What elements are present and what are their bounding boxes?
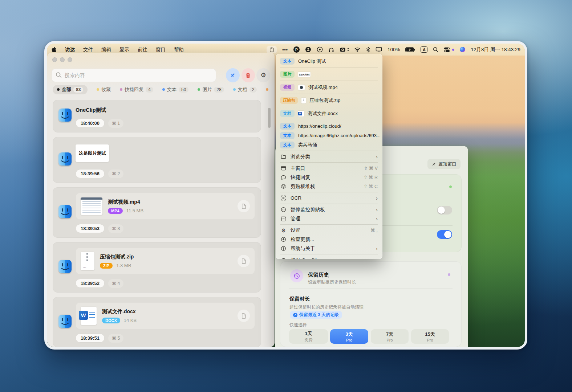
settings-button[interactable]: ⚙ [256, 68, 270, 82]
clip-shortcut-badge: ⌘ 4 [108, 279, 123, 288]
retention-option-1day[interactable]: 1天 免费 [289, 329, 328, 344]
menu-item-settings[interactable]: ⚙ 设置 ⌘ , [276, 226, 382, 235]
clip-shortcut-badge: ⌘ 1 [108, 119, 123, 128]
search-input[interactable] [52, 69, 216, 82]
clip-item-text[interactable]: OneClip测试 18:40:00 ⌘ 1 [53, 100, 261, 132]
open-file-button[interactable] [238, 310, 250, 322]
menu-edit[interactable]: 编辑 [101, 46, 111, 53]
format-badge: DOCX [102, 318, 120, 323]
divider [280, 151, 378, 151]
menu-go[interactable]: 前往 [138, 46, 147, 53]
menu-clip-url[interactable]: 文本 https://oneclip.cloud/ [276, 121, 382, 131]
clip-item-document[interactable]: W 测试文件.docx DOCX 14 KB [53, 297, 261, 347]
format-badge: ZIP [100, 263, 113, 269]
siri-icon[interactable] [460, 47, 465, 52]
filter-documents[interactable]: 文档 2 [233, 86, 257, 93]
clip-item-archive[interactable]: ZIP 压缩包测试.zip ZIP 1.3 MB [53, 242, 261, 293]
menu-item-quick-reply[interactable]: 快捷回复 ⇧ ⌘ R [276, 173, 382, 182]
menubar-overflow-icon[interactable]: ••• [282, 46, 288, 53]
filter-count: 83 [73, 87, 83, 93]
menubar-clock[interactable]: 12月8日 周一 18:43:29 [471, 46, 520, 53]
menu-item-manage[interactable]: 管理 › [276, 214, 382, 223]
menu-help[interactable]: 帮助 [174, 46, 184, 53]
retention-option-15day[interactable]: 15天 Pro [411, 329, 449, 344]
bluetooth-icon[interactable] [366, 46, 370, 53]
control-center-icon[interactable] [444, 46, 450, 53]
filter-images[interactable]: 图片 28 [198, 86, 224, 93]
filter-count: 28 [214, 87, 224, 93]
tray-app-p-icon[interactable]: P [293, 46, 300, 53]
menu-item-ocr[interactable]: OCR › [276, 193, 382, 203]
trash-button[interactable] [242, 68, 255, 82]
menu-view[interactable]: 显示 [119, 46, 129, 53]
battery-percent: 100% [388, 47, 400, 52]
wifi-icon[interactable] [354, 46, 361, 53]
oneclip-menu: 文本 OneClip 测试 图片 这是图片测试 视频 测试视频.mp4 压缩包 [276, 54, 382, 259]
apple-menu-icon[interactable] [51, 46, 57, 53]
close-button[interactable] [52, 57, 57, 62]
filter-all[interactable]: 全部 83 [53, 85, 88, 94]
menu-item-pause-monitoring[interactable]: 暂停监控剪贴板 › [276, 205, 382, 214]
tray-play-icon[interactable] [317, 46, 323, 53]
list-scrollbar[interactable] [268, 108, 271, 128]
menu-clip-archive[interactable]: 压缩包 压缩包测试.zip [276, 95, 382, 106]
clip-item-video[interactable]: 测试视频.mp4 MP4 11.5 MB 18:39:5 [53, 187, 261, 238]
shortcut-hint: ⇧ ⌘ C [364, 184, 378, 189]
divider [280, 192, 378, 192]
menu-clip-video[interactable]: 视频 测试视频.mp4 [276, 82, 382, 93]
menu-item-browse-categories[interactable]: 浏览分类 › [276, 152, 382, 161]
menu-clip-image[interactable]: 图片 这是图片测试 [276, 69, 382, 79]
retention-option-7day[interactable]: 7天 Pro [371, 329, 409, 344]
desktop-wallpaper: 访达 文件 编辑 显示 前往 窗口 帮助 ••• P [0, 0, 572, 392]
filter-overflow[interactable] [266, 88, 268, 91]
retention-option-3day[interactable]: 3天 Pro [330, 329, 368, 344]
menu-clip-document[interactable]: 文档 测试文件.docx [276, 108, 382, 119]
menu-file[interactable]: 文件 [83, 46, 93, 53]
open-file-button[interactable] [238, 255, 250, 267]
menu-window[interactable]: 窗口 [156, 46, 166, 53]
menu-item-quit[interactable]: 退出 OneClip [276, 256, 382, 259]
menu-clip-text[interactable]: 文本 OneClip 测试 [276, 56, 382, 66]
minimize-button[interactable] [60, 57, 65, 62]
filter-quick-reply[interactable]: 快捷回复 4 [120, 86, 153, 93]
history-clock-icon [290, 269, 303, 282]
finder-app-icon [58, 205, 72, 218]
chevron-right-icon: › [376, 216, 378, 221]
screen: 访达 文件 编辑 显示 前往 窗口 帮助 ••• P [47, 44, 525, 347]
battery-icon[interactable] [405, 46, 415, 53]
zoom-button[interactable] [68, 57, 72, 62]
tray-camera-icon[interactable] [340, 46, 346, 53]
setting-toggle-off[interactable] [437, 206, 452, 215]
file-size: 11.5 MB [126, 208, 143, 213]
oneclip-tray-icon[interactable] [267, 46, 277, 53]
filter-favorites[interactable]: 收藏 [97, 86, 111, 93]
divider [280, 120, 378, 120]
tray-dots-icon [348, 48, 349, 51]
menu-item-clipboard-stack[interactable]: 剪贴板堆栈 ⇧ ⌘ C [276, 182, 382, 191]
open-file-button[interactable] [238, 200, 250, 212]
menu-clip-text[interactable]: 文本 卖兵马俑 [276, 140, 382, 150]
input-source-icon[interactable]: A [421, 46, 427, 53]
tray-account-icon[interactable] [305, 46, 311, 53]
pin-button[interactable] [226, 68, 240, 82]
spotlight-search-icon[interactable] [433, 46, 438, 53]
mini-word-icon [298, 111, 304, 117]
display-icon[interactable] [376, 46, 382, 53]
menu-item-help-about[interactable]: 帮助与关于 › [276, 244, 382, 253]
pin-window-button[interactable]: 置顶窗口 [427, 159, 461, 169]
clip-item-image[interactable]: 这是图片测试 18:39:56 ⌘ 2 [53, 137, 261, 183]
menu-item-check-updates[interactable]: 检查更新... [276, 235, 382, 244]
filter-text[interactable]: 文本 50 [162, 86, 188, 93]
active-app-menu[interactable]: 访达 [65, 46, 75, 53]
menu-item-main-window[interactable]: 主窗口 ⇧ ⌘ V [276, 164, 382, 173]
filter-dot [266, 88, 268, 91]
retention-status-badge: ✓ 保留最近 3 天的记录 [290, 311, 342, 319]
setting-toggle-on[interactable] [437, 230, 452, 239]
retention-description: 超过保留时长的历史记录将被自动清理 [289, 304, 364, 310]
shortcut-hint: ⌘ , [371, 228, 378, 233]
clip-time-badge: 18:39:52 [76, 279, 105, 288]
tray-headphones-icon[interactable] [328, 46, 334, 53]
menu-clip-url[interactable]: 文本 https://image.66ghz.com/uploads/693..… [276, 131, 382, 140]
clip-shortcut-badge: ⌘ 2 [108, 170, 123, 178]
oneclip-main-window: ⚙ 全部 83 收藏 快捷回复 [47, 53, 275, 347]
